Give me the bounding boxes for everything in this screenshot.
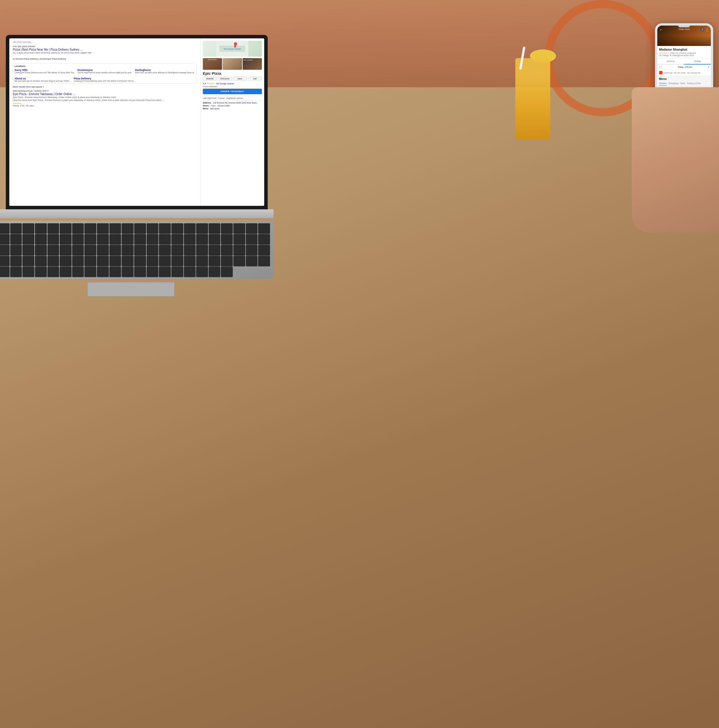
panel-photo-2[interactable]: [222, 58, 242, 70]
key: [233, 234, 245, 244]
scene: ults (0.83 seconds) s for epic pizza enm…: [0, 0, 719, 728]
key: [258, 245, 270, 255]
key: [159, 245, 171, 255]
menu-link[interactable]: epic.pizza: [210, 107, 219, 110]
panel-reviews-link[interactable]: 164 Google reviews: [216, 83, 234, 85]
key: [122, 223, 133, 234]
tab-dumplings[interactable]: Dumplings: [668, 81, 679, 86]
key: [147, 256, 159, 266]
more-hours-link[interactable]: More hours: [247, 102, 257, 104]
local-items: Surry Hills Looking for Pizza Delivery n…: [15, 69, 195, 76]
key: [159, 223, 171, 234]
pickup-tab[interactable]: Pickup: [684, 58, 711, 64]
key: [84, 234, 96, 244]
key: [22, 234, 34, 244]
panel-photos: See photos See outside: [203, 58, 262, 70]
key: [221, 223, 233, 234]
key: [246, 256, 258, 266]
menulog-stars: ★★★★☆: [13, 102, 197, 105]
key: [221, 234, 233, 244]
search-results-panel: ults (0.83 seconds) s for epic pizza enm…: [9, 38, 200, 206]
more-options-icon[interactable]: ⋮: [705, 28, 709, 32]
key: [10, 234, 22, 244]
key: [48, 256, 59, 266]
key: [22, 223, 34, 234]
laptop-screen-frame: ults (0.83 seconds) s for epic pizza enm…: [6, 35, 268, 210]
key: [221, 256, 233, 266]
panel-stars: ★★★★: [207, 82, 215, 85]
result-url-2: a | Enmore Pizza Delivery | Drummoyne Pi…: [13, 58, 197, 60]
person-hand: [632, 87, 719, 232]
panel-rating-value: 4.4: [203, 82, 206, 85]
panel-rating-row: 4.4 ★★★★ 164 Google reviews: [203, 82, 262, 85]
key: [72, 245, 84, 255]
map-svg: The Enmore Theatre: [203, 41, 262, 57]
panel-photo-1[interactable]: See photos: [203, 58, 222, 70]
more-results[interactable]: More results from epic.pizza »: [13, 86, 197, 88]
see-outside-label[interactable]: See outside: [243, 58, 253, 61]
key: [10, 256, 22, 266]
key: [147, 267, 159, 277]
key: [208, 267, 221, 277]
panel-hours-row: Hours: Open · Closes 12AM: [203, 105, 262, 107]
key: [246, 234, 258, 244]
drink-glass: [515, 58, 550, 139]
knowledge-panel: The Enmore Theatre See photos: [200, 38, 264, 206]
key: [0, 267, 9, 277]
tab-beef[interactable]: Beef: [681, 81, 685, 86]
key: [147, 223, 159, 234]
key: [172, 267, 183, 277]
key: [122, 234, 133, 244]
panel-photo-3[interactable]: See outside: [243, 58, 262, 70]
laptop-touchpad[interactable]: [87, 282, 175, 297]
stars-icon: ★★★★½: [659, 52, 669, 54]
svg-text:The Enmore Theatre: The Enmore Theatre: [224, 48, 241, 50]
tab-poultry-pork[interactable]: Poultry & Pork: [687, 81, 701, 86]
menulog-title[interactable]: Epic Pizza - Enmore Takeaway | Order Onl…: [13, 92, 197, 96]
panel-website-btn[interactable]: Website: [203, 76, 217, 81]
rating-row: ★★★★½ (259) ££ Chinese restaurant: [659, 52, 709, 54]
key: [233, 245, 245, 255]
panel-map[interactable]: The Enmore Theatre: [203, 41, 262, 57]
key: [172, 256, 183, 266]
about-delivery-row: About us We just want you to sit back, l…: [15, 77, 195, 82]
laptop: ults (0.83 seconds) s for epic pizza enm…: [0, 35, 282, 282]
see-photos-label[interactable]: See photos: [203, 58, 222, 61]
laptop-keyboard: [0, 221, 273, 279]
cuisine-type: Chinese restaurant: [679, 52, 696, 54]
order-takeaway-btn[interactable]: ORDER TAKEAWAY: [203, 89, 262, 94]
time-selector[interactable]: 🕓 Today, 4:00 pm ▾: [657, 64, 711, 70]
back-icon[interactable]: ←: [659, 28, 663, 32]
key: [122, 256, 133, 266]
key: [172, 223, 183, 234]
key: [196, 234, 208, 244]
key: [72, 223, 84, 234]
key: [172, 234, 183, 244]
delivery-tab[interactable]: Delivery: [657, 58, 684, 64]
result-snippet-1: za | a style pizza that's hand-stretched…: [13, 52, 197, 55]
panel-restaurant-name: Epic Pizza: [203, 71, 262, 76]
key: [72, 234, 84, 244]
key: [134, 234, 146, 244]
user-avatar: J: [701, 28, 704, 31]
panel-call-btn[interactable]: Call: [248, 76, 262, 81]
panel-directions-btn[interactable]: Directions: [218, 76, 232, 81]
key: [35, 223, 47, 234]
key: [97, 267, 109, 277]
key: [134, 223, 146, 234]
key: [72, 267, 84, 277]
key: [60, 256, 72, 266]
key: [258, 256, 270, 266]
key: [196, 256, 208, 266]
result-title-1[interactable]: Pizza | Best Pizza Near Me | Pizza Deliv…: [13, 48, 197, 51]
key: [60, 223, 72, 234]
panel-divider-2: [203, 100, 262, 101]
key: [109, 267, 121, 277]
address-value: 192 Enmore Rd, Enmore NSW 2042: [213, 102, 246, 104]
tab-starters[interactable]: Starters: [659, 81, 667, 86]
key: [0, 256, 9, 266]
key: [221, 245, 233, 255]
panel-save-btn[interactable]: Save: [233, 76, 247, 81]
search-result-1: s for epic pizza enmore Pizza | Best Piz…: [13, 45, 197, 55]
key: [60, 234, 72, 244]
